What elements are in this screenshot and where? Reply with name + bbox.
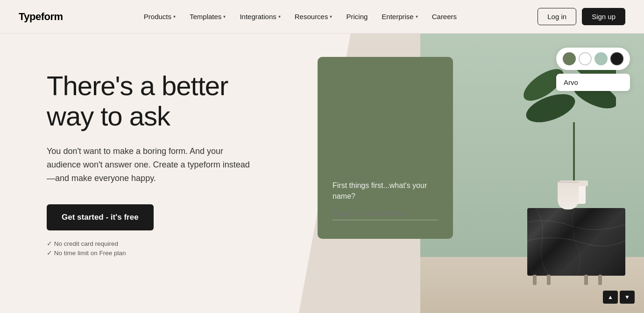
nav-item-careers[interactable]: Careers [426,9,462,24]
nav-enterprise-label: Enterprise [382,13,413,21]
nav-item-pricing[interactable]: Pricing [340,9,373,24]
chevron-down-icon: ▾ [278,14,281,19]
swatch-black[interactable] [610,52,623,65]
theme-picker: Arvo [556,48,630,91]
hero-visual: First things first...what's your name? A… [299,34,644,313]
nav-actions: Log in Sign up [538,8,625,25]
nav-resources-label: Resources [295,13,328,21]
cta-button[interactable]: Get started - it's free [47,204,154,230]
chevron-down-icon: ▾ [173,14,176,19]
hero-meta: No credit card required No time limit on… [47,240,271,257]
nav-item-integrations[interactable]: Integrations ▾ [234,9,286,24]
login-button[interactable]: Log in [538,8,576,25]
navbar: Typeform Products ▾ Templates ▾ Integrat… [0,0,644,34]
nav-arrows: ▲ ▼ [603,291,635,304]
swatch-outline[interactable] [579,52,592,65]
hero-title: There's a better way to ask [47,71,271,132]
nav-careers-label: Careers [432,13,457,21]
cabinet [527,208,625,276]
nav-arrow-down[interactable]: ▼ [620,291,635,304]
font-picker[interactable]: Arvo [556,74,630,91]
nav-links: Products ▾ Templates ▾ Integrations ▾ Re… [138,9,462,24]
chevron-down-icon: ▾ [223,14,226,19]
nav-item-products[interactable]: Products ▾ [138,9,181,24]
hero-subtitle: You don't want to make a boring form. An… [47,145,252,185]
nav-products-label: Products [144,13,171,21]
cabinet-leg [598,275,602,285]
nav-pricing-label: Pricing [346,13,368,21]
nav-item-templates[interactable]: Templates ▾ [184,9,231,24]
main-content: There's a better way to ask You don't wa… [0,34,644,313]
nav-integrations-label: Integrations [240,13,276,21]
nav-arrow-up[interactable]: ▲ [603,291,618,304]
form-question: First things first...what's your name? [333,181,438,202]
signup-button[interactable]: Sign up [582,8,625,25]
swatch-light-green[interactable] [594,52,608,65]
color-swatches [556,48,630,70]
nav-item-enterprise[interactable]: Enterprise ▾ [376,9,423,24]
form-answer-input[interactable] [333,209,438,220]
chevron-down-icon: ▾ [416,14,418,19]
meta-no-credit-card: No credit card required [47,240,271,247]
cabinet-leg [584,275,588,285]
form-preview-card: First things first...what's your name? [318,57,453,239]
logo: Typeform [19,11,63,23]
meta-no-time-limit: No time limit on Free plan [47,249,271,257]
nav-item-resources[interactable]: Resources ▾ [289,9,338,24]
cabinet-leg [533,275,537,285]
hero-section: There's a better way to ask You don't wa… [0,34,299,313]
swatch-dark-green[interactable] [563,52,576,65]
vase-decoration [558,181,579,209]
chevron-down-icon: ▾ [330,14,332,19]
nav-templates-label: Templates [190,13,221,21]
cabinet-leg [547,275,551,285]
